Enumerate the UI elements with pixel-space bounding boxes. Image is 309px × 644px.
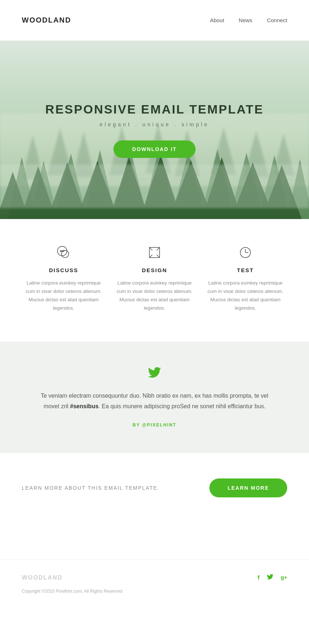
nav: About News Connect (210, 17, 287, 23)
cta-text: LEARN MORE ABOUT THIS EMAIL TEMPLATE. (22, 485, 160, 491)
twitter-link[interactable] (267, 574, 273, 581)
feature-test-title: TEST (204, 267, 287, 273)
quote-twitter-icon (36, 367, 273, 381)
nav-connect[interactable]: Connect (267, 17, 287, 23)
google-link[interactable]: g+ (281, 574, 287, 581)
feature-discuss-text: Latine corpora euinkey reprimique cum in… (22, 279, 105, 313)
footer-logo: WOODLAND (22, 575, 63, 581)
design-icon (113, 245, 196, 261)
cta-section: LEARN MORE ABOUT THIS EMAIL TEMPLATE. LE… (0, 453, 309, 523)
feature-discuss: DISCUSS Latine corpora euinkey reprimiqu… (22, 245, 105, 313)
quote-attribution: BY @PIXELHINT (36, 422, 273, 428)
svg-line-42 (157, 255, 160, 258)
svg-rect-32 (0, 164, 309, 208)
feature-design: DESIGN Latine corpora euinkey reprimique… (113, 245, 196, 313)
header: WOODLAND About News Connect (0, 0, 309, 41)
test-icon (204, 245, 287, 261)
facebook-link[interactable]: f (257, 574, 260, 581)
hero-title: RESPONSIVE EMAIL TEMPLATE (45, 102, 264, 116)
svg-line-39 (149, 247, 152, 250)
feature-design-text: Latine corpora euinkey reprimique cum in… (113, 279, 196, 313)
hero-section: RESPONSIVE EMAIL TEMPLATE elegant . uniq… (0, 41, 309, 219)
svg-line-41 (149, 255, 152, 258)
hero-subtitle: elegant . unique . simple (45, 122, 264, 127)
feature-test: TEST Latine corpora euinkey reprimique c… (204, 245, 287, 313)
footer-copyright: Copyright ©2015 Pixelhint.com, All Right… (22, 589, 287, 594)
svg-point-35 (61, 250, 63, 252)
quote-text: Te veniam electram consequuntur duo. Nib… (36, 391, 273, 412)
feature-design-title: DESIGN (113, 267, 196, 273)
feature-discuss-title: DISCUSS (22, 267, 105, 273)
quote-section: Te veniam electram consequuntur duo. Nib… (0, 342, 309, 453)
svg-point-36 (60, 250, 61, 252)
hero-content: RESPONSIVE EMAIL TEMPLATE elegant . uniq… (45, 102, 264, 158)
download-button[interactable]: DOWNLOAD IT (113, 140, 196, 158)
nav-about[interactable]: About (210, 17, 224, 23)
logo: WOODLAND (22, 16, 71, 24)
footer-social: f g+ (257, 574, 287, 581)
footer: WOODLAND f g+ Copyright ©2015 Pixelhint.… (0, 559, 309, 608)
learn-more-button[interactable]: LEARN MORE (209, 478, 287, 497)
feature-test-text: Latine corpora euinkey reprimique cum in… (204, 279, 287, 313)
footer-top: WOODLAND f g+ (22, 574, 287, 581)
discuss-icon (22, 245, 105, 261)
features-section: DISCUSS Latine corpora euinkey reprimiqu… (0, 219, 309, 342)
nav-news[interactable]: News (239, 17, 253, 23)
svg-line-40 (157, 247, 160, 250)
spacer (0, 523, 309, 559)
svg-point-37 (63, 250, 64, 252)
